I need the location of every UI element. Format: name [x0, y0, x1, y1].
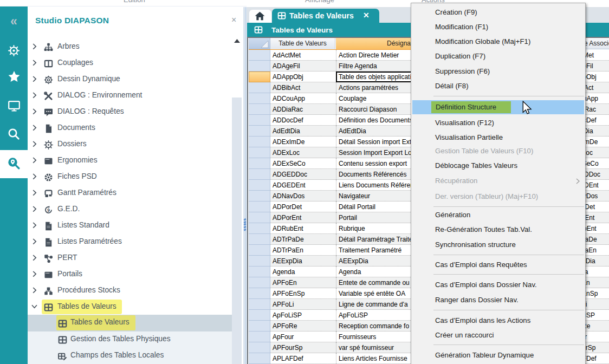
- svg-text:9: 9: [47, 207, 50, 213]
